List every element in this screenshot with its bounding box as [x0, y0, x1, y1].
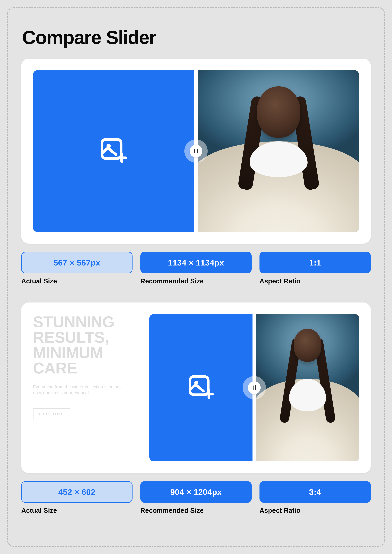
promo-title-line: CARE [33, 359, 77, 377]
compare-after-photo[interactable] [256, 314, 359, 461]
promo-title-line: RESULTS, [33, 328, 109, 346]
label-aspect-ratio: Aspect Ratio [259, 506, 371, 514]
photo-decoration [294, 329, 321, 362]
label-aspect-ratio: Aspect Ratio [259, 277, 371, 285]
chip-actual-size-1[interactable]: 567 × 567px [21, 252, 133, 273]
example-card-2: STUNNING RESULTS, MINIMUM CARE Everythin… [21, 303, 371, 473]
compare-before-placeholder[interactable] [149, 314, 252, 461]
page-title: Compare Slider [22, 27, 371, 48]
info-row-2: 452 × 602 Actual Size 904 × 1204px Recom… [21, 481, 371, 514]
label-recommended-size: Recommended Size [140, 277, 252, 285]
grip-bar-icon [255, 385, 256, 390]
promo-title-line: STUNNING [33, 313, 114, 331]
chip-aspect-ratio-2[interactable]: 3:4 [259, 481, 371, 503]
promo-title-line: MINIMUM [33, 344, 103, 362]
compare-after-photo[interactable] [198, 70, 359, 232]
compare-handle-grip[interactable] [189, 145, 203, 157]
spec-frame: Compare Slider [7, 7, 385, 547]
info-aspect-2: 3:4 Aspect Ratio [259, 481, 371, 514]
add-image-icon [98, 135, 129, 167]
promo-title: STUNNING RESULTS, MINIMUM CARE [33, 314, 141, 376]
info-recommended-2: 904 × 1204px Recommended Size [140, 481, 252, 514]
info-actual-1: 567 × 567px Actual Size [21, 252, 133, 285]
label-actual-size: Actual Size [21, 277, 133, 285]
info-recommended-1: 1134 × 1134px Recommended Size [140, 252, 252, 285]
grip-bar-icon [194, 149, 195, 153]
example-card-1 [21, 59, 371, 244]
info-actual-2: 452 × 602 Actual Size [21, 481, 133, 514]
label-actual-size: Actual Size [21, 506, 133, 514]
promo-explore-button[interactable]: EXPLORE [33, 408, 70, 420]
chip-actual-size-2[interactable]: 452 × 602 [21, 481, 133, 503]
add-image-icon [186, 373, 216, 403]
grip-bar-icon [197, 149, 198, 153]
info-row-1: 567 × 567px Actual Size 1134 × 1134px Re… [21, 252, 371, 285]
chip-recommended-size-1[interactable]: 1134 × 1134px [140, 252, 252, 273]
svg-point-3 [196, 382, 197, 384]
promo-copy: STUNNING RESULTS, MINIMUM CARE Everythin… [33, 314, 144, 461]
compare-handle-grip[interactable] [248, 381, 261, 394]
grip-bar-icon [253, 385, 253, 390]
chip-recommended-size-2[interactable]: 904 × 1204px [140, 481, 252, 503]
label-recommended-size: Recommended Size [140, 506, 252, 514]
photo-decoration [257, 86, 301, 138]
compare-before-placeholder[interactable] [33, 70, 194, 232]
compare-slider-2[interactable] [149, 314, 359, 461]
compare-slider-1[interactable] [33, 70, 359, 232]
info-aspect-1: 1:1 Aspect Ratio [259, 252, 371, 285]
promo-subtitle: Everything from the winter collection is… [33, 384, 132, 396]
chip-aspect-ratio-1[interactable]: 1:1 [259, 252, 371, 273]
svg-point-1 [108, 145, 110, 147]
